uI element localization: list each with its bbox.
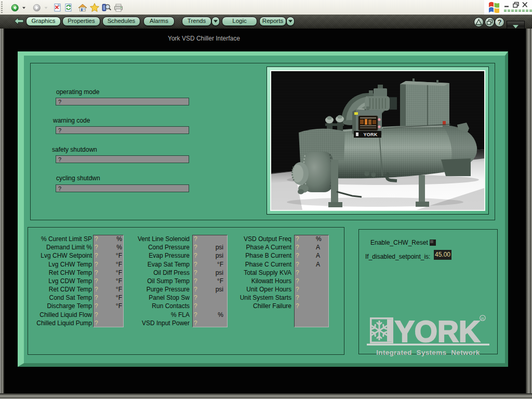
svg-text:R: R [481,316,484,321]
svg-text:YORK: YORK [395,315,480,348]
svg-text:Integrated Systems Network: Integrated Systems Network [376,349,480,356]
svg-text:YORK: YORK [363,132,377,137]
